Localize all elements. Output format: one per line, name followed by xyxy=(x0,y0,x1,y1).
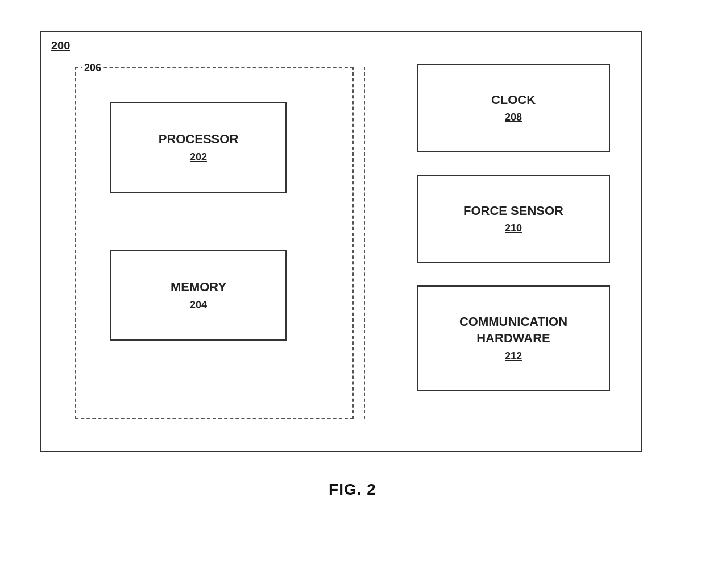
processor-number: 202 xyxy=(190,151,207,163)
memory-title: MEMORY xyxy=(171,279,226,296)
figure-label: FIG. 2 xyxy=(329,481,376,499)
force-sensor-number: 210 xyxy=(505,222,522,234)
dashed-box-206: 206 PROCESSOR 202 MEMORY 204 xyxy=(75,67,354,419)
clock-box: CLOCK 208 xyxy=(417,64,610,152)
divider-line xyxy=(364,67,365,419)
comm-hardware-number: 212 xyxy=(505,350,522,362)
force-sensor-box: FORCE SENSOR 210 xyxy=(417,175,610,263)
outer-box-200: 200 206 PROCESSOR 202 MEMORY 204 CLOCK 2… xyxy=(40,31,642,452)
comm-hardware-box: COMMUNICATION HARDWARE 212 xyxy=(417,285,610,391)
dashed-box-label: 206 xyxy=(82,62,103,74)
diagram-area: 200 206 PROCESSOR 202 MEMORY 204 CLOCK 2… xyxy=(40,31,665,452)
force-sensor-title: FORCE SENSOR xyxy=(463,203,563,220)
outer-box-label: 200 xyxy=(51,39,70,52)
right-boxes: CLOCK 208 FORCE SENSOR 210 COMMUNICATION… xyxy=(417,64,610,391)
processor-box: PROCESSOR 202 xyxy=(110,102,287,193)
processor-title: PROCESSOR xyxy=(159,131,239,148)
clock-number: 208 xyxy=(505,111,522,123)
memory-box: MEMORY 204 xyxy=(110,250,287,341)
clock-title: CLOCK xyxy=(491,92,536,109)
comm-hardware-title-line1: COMMUNICATION xyxy=(459,314,567,330)
memory-number: 204 xyxy=(190,299,207,311)
comm-hardware-title-line2: HARDWARE xyxy=(476,330,550,347)
